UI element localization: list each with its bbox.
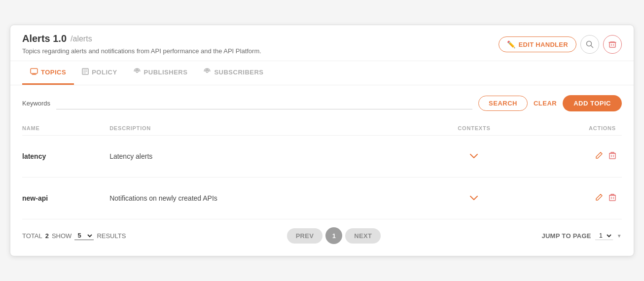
svg-rect-22 [609,195,615,201]
pagination-controls: PREV 1 NEXT [287,227,381,244]
tab-subscribers[interactable]: SUBSCRIBERS [195,61,271,85]
pencil-icon: ✏️ [507,40,515,48]
row1-contexts[interactable] [424,136,530,177]
search-icon [586,40,594,48]
tab-policy-label: POLICY [92,69,117,76]
jump-to-page-label: JUMP TO PAGE [541,232,591,240]
page-1-button[interactable]: 1 [325,227,342,244]
search-bar: Keywords SEARCH CLEAR ADD TOPIC [22,95,622,111]
col-description: DESCRIPTION [109,121,424,136]
row1-description: Latency alerts [109,136,424,177]
table-row: latency Latency alerts [22,136,622,177]
row2-actions [531,177,622,219]
search-button-action[interactable]: SEARCH [478,96,528,111]
row1-delete-button[interactable] [609,151,616,161]
col-name: NAME [22,121,109,136]
row2-delete-button[interactable] [609,193,616,203]
row2-edit-button[interactable] [595,193,603,203]
row2-contexts[interactable] [424,177,530,219]
svg-rect-2 [609,42,615,47]
topics-icon [30,68,38,76]
edit-handler-label: EDIT HANDLER [519,41,568,48]
svg-point-16 [136,70,138,72]
pagination-info: TOTAL 2 SHOW 5 10 25 50 RESULTS [22,231,126,240]
header-title: Alerts 1.0 /alerts [22,33,261,44]
tab-topics-label: TOPICS [41,69,66,76]
results-label: RESULTS [97,232,126,240]
topics-table: NAME DESCRIPTION CONTEXTS ACTIONS latenc… [22,121,622,219]
prev-button[interactable]: PREV [287,228,323,244]
header-actions: ✏️ EDIT HANDLER [499,35,622,54]
add-topic-button[interactable]: ADD TOPIC [563,95,622,111]
row1-actions [531,136,622,177]
tab-policy[interactable]: POLICY [74,61,125,85]
row1-edit-button[interactable] [595,151,603,161]
tab-publishers[interactable]: PUBLISHERS [125,61,196,85]
pagination-jump: JUMP TO PAGE 1 ▼ [541,231,622,240]
pagination: TOTAL 2 SHOW 5 10 25 50 RESULTS PREV 1 N… [22,219,622,246]
svg-rect-9 [31,69,37,73]
next-button[interactable]: NEXT [345,228,381,244]
keywords-input[interactable] [56,97,472,109]
description: Topics regarding alerts and notification… [22,47,261,55]
edit-handler-button[interactable]: ✏️ EDIT HANDLER [499,36,576,52]
main-window: Alerts 1.0 /alerts Topics regarding aler… [10,25,634,256]
chevron-down-icon [470,154,478,159]
delete-button[interactable] [603,35,622,54]
policy-icon [82,68,89,76]
total-label: TOTAL [22,232,42,240]
chevron-down-icon [470,196,478,201]
jump-to-page-select[interactable]: 1 [595,231,613,240]
row2-name: new-api [22,177,109,219]
total-count: 2 [45,232,49,240]
tab-topics[interactable]: TOPICS [22,61,74,85]
show-select[interactable]: 5 10 25 50 [74,231,94,240]
svg-point-17 [206,70,208,72]
row2-description: Notifications on newly created APIs [109,177,424,219]
row1-name: latency [22,136,109,177]
route: /alerts [71,35,92,43]
table-row: new-api Notifications on newly created A… [22,177,622,219]
content: Keywords SEARCH CLEAR ADD TOPIC NAME DES… [10,85,634,256]
keywords-label: Keywords [22,100,50,107]
search-button[interactable] [580,35,599,54]
col-actions: ACTIONS [531,121,622,136]
col-contexts: CONTEXTS [424,121,530,136]
trash-icon [608,40,616,48]
svg-line-1 [591,46,593,48]
jump-chevron-icon: ▼ [617,233,622,239]
clear-button[interactable]: CLEAR [534,100,557,107]
header-left: Alerts 1.0 /alerts Topics regarding aler… [22,33,261,55]
tab-subscribers-label: SUBSCRIBERS [214,69,263,76]
publishers-icon [133,68,141,76]
subscribers-icon [203,68,211,76]
app-name: Alerts 1.0 [22,33,67,44]
tabs: TOPICS POLICY PUBLISHERS SUBSCRIBERS [10,61,634,85]
tab-publishers-label: PUBLISHERS [144,69,188,76]
header: Alerts 1.0 /alerts Topics regarding aler… [10,25,634,61]
svg-rect-18 [609,153,615,159]
show-label: SHOW [52,232,72,240]
